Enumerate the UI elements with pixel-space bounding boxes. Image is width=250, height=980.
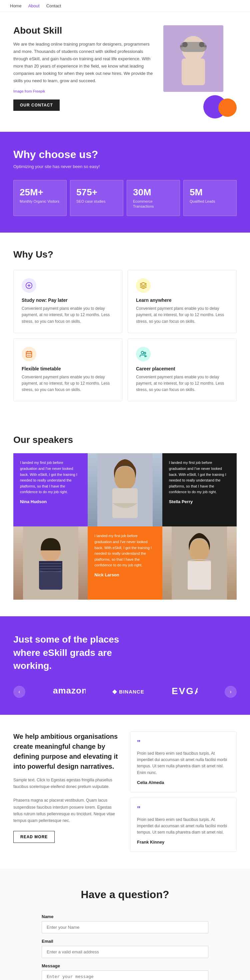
speaker-photo-woman2 <box>162 527 237 600</box>
svg-rect-7 <box>204 45 207 47</box>
name-input[interactable] <box>42 921 208 934</box>
why-card-career: Career placement Convenient payment plan… <box>128 339 237 402</box>
deco-circle-orange <box>218 99 237 117</box>
stat-number-ecommerce: 30M <box>133 187 174 198</box>
hero-description: We are the leading online training progr… <box>13 41 157 85</box>
speaker-name-nick: Nick Larson <box>95 572 155 579</box>
study-card-title: Study now: Pay later <box>22 298 114 303</box>
nav-about[interactable]: About <box>28 3 40 8</box>
speakers-top-row: I landed my first job before graduation … <box>13 453 237 527</box>
speaker-quote-nina: I landed my first job before graduation … <box>13 453 88 527</box>
testimonial-author-frank: Frank Kinney <box>137 840 164 845</box>
freepik-link[interactable]: Freepik <box>33 89 45 93</box>
logos-prev-button[interactable]: ‹ <box>13 686 25 698</box>
why-card-study: Study now: Pay later Convenient payment … <box>13 270 122 333</box>
speaker-quote-nick-text: I landed my first job before graduation … <box>95 534 152 567</box>
content-left-title: We help ambitious organisations create m… <box>13 732 120 772</box>
why-card-flexible: Flexible timetable Convenient payment pl… <box>13 339 122 402</box>
speakers-title: Our speakers <box>13 434 237 445</box>
stat-number-leads: 5M <box>190 187 230 198</box>
stat-number-seo: 575+ <box>76 187 117 198</box>
message-label: Message <box>42 963 208 968</box>
why-choose-section: Why choose us? Optimizing your site has … <box>0 132 250 232</box>
speaker-name-nina: Nina Hudson <box>20 498 81 506</box>
email-field-group: Email <box>42 939 208 958</box>
stats-grid: 25M+ Monthly Organic Visitors 575+ SEO c… <box>13 180 237 216</box>
stat-label-leads: Qualified Leads <box>190 199 230 204</box>
learn-card-desc: Convenient payment plans enable you to d… <box>136 305 228 325</box>
stat-label-visitors: Monthly Organic Visitors <box>20 199 60 204</box>
svg-point-14 <box>144 352 146 354</box>
why-card-learn: Learn anywhere Convenient payment plans … <box>128 270 237 333</box>
flexible-card-desc: Convenient payment plans enable you to d… <box>22 374 114 393</box>
navigation: Home About Contact <box>0 0 250 12</box>
speaker-quote-stella-text: I landed my first job before graduation … <box>169 461 226 494</box>
image-credit: Image from Freepik <box>13 88 157 94</box>
learn-icon <box>136 278 151 293</box>
stat-label-ecommerce: Ecommerce Transactions <box>133 199 174 209</box>
our-contact-button[interactable]: OUR CONTACT <box>13 100 60 111</box>
svg-rect-22 <box>40 566 61 567</box>
hero-title: About Skill <box>13 25 157 36</box>
svg-text:EVGA: EVGA <box>171 686 198 696</box>
flexible-card-title: Flexible timetable <box>22 366 114 371</box>
contact-section: Have a question? Name Email Message * I … <box>0 869 250 980</box>
speaker-photo-woman1 <box>13 527 88 600</box>
form-wrapper: Name Email Message * I accept the TERMS … <box>42 914 208 980</box>
stat-card-ecommerce: 30M Ecommerce Transactions <box>127 180 180 216</box>
speakers-bottom-row: I landed my first job before graduation … <box>13 527 237 600</box>
message-input[interactable] <box>42 970 208 980</box>
why-us-grid: Study now: Pay later Convenient payment … <box>13 270 237 401</box>
why-choose-subtitle: Optimizing your site has never been so e… <box>13 163 100 170</box>
logos-next-button[interactable]: › <box>225 686 237 698</box>
content-left-body: Sample text. Click to Egestas egestas fr… <box>13 777 120 824</box>
logos-row: ‹ amazon BINANCE EVGA › <box>13 686 237 698</box>
name-field-group: Name <box>42 914 208 934</box>
stat-card-visitors: 25M+ Monthly Organic Visitors <box>13 180 67 216</box>
svg-rect-27 <box>188 561 211 590</box>
speaker-quote-nick: I landed my first job before graduation … <box>88 527 162 600</box>
why-us-section: Why Us? Study now: Pay later Convenient … <box>0 232 250 418</box>
amazon-logo: amazon <box>52 686 86 698</box>
speakers-section: Our speakers I landed my first job befor… <box>0 418 250 616</box>
testimonial-author-celia: Celia Almeda <box>137 780 164 785</box>
contact-title: Have a question? <box>13 888 237 901</box>
svg-point-16 <box>114 466 136 490</box>
svg-rect-2 <box>182 59 205 85</box>
hero-text: About Skill We are the leading online tr… <box>13 25 157 111</box>
svg-rect-6 <box>180 45 183 47</box>
quote-icon-2: " <box>137 805 230 813</box>
svg-point-10 <box>27 355 28 356</box>
svg-text:amazon: amazon <box>53 686 86 695</box>
speaker-photo-man <box>88 453 162 527</box>
svg-rect-21 <box>40 563 61 564</box>
svg-rect-24 <box>40 571 61 572</box>
career-icon <box>136 347 151 361</box>
nav-home[interactable]: Home <box>10 3 22 8</box>
svg-marker-29 <box>112 689 117 694</box>
message-field-group: Message <box>42 963 208 980</box>
read-more-button[interactable]: READ MORE <box>13 831 54 843</box>
email-input[interactable] <box>42 946 208 958</box>
svg-point-12 <box>30 355 30 356</box>
hero-image-area <box>163 25 237 118</box>
learn-card-title: Learn anywhere <box>136 298 228 303</box>
flexible-icon <box>22 347 36 361</box>
svg-point-11 <box>29 355 30 356</box>
speaker-name-stella: Stella Perry <box>169 498 230 506</box>
quote-icon-1: " <box>137 738 230 747</box>
study-icon <box>22 278 36 293</box>
hero-person-image <box>163 25 223 92</box>
svg-rect-23 <box>40 568 61 570</box>
testimonial-text-frank: Proin sed libero enim sed faucibus turpi… <box>137 817 230 836</box>
why-choose-title: Why choose us? <box>13 148 237 161</box>
testimonial-card-celia: " Proin sed libero enim sed faucibus tur… <box>130 732 237 792</box>
speaker-quote-nina-text: I landed my first job before graduation … <box>20 461 77 494</box>
places-section: Just some of the places where eSkill gra… <box>0 616 250 715</box>
content-section: We help ambitious organisations create m… <box>0 715 250 869</box>
binance-logo: BINANCE <box>112 689 144 695</box>
testimonial-text-celia: Proin sed libero enim sed faucibus turpi… <box>137 750 230 776</box>
nav-contact[interactable]: Contact <box>46 3 61 8</box>
name-label: Name <box>42 914 208 919</box>
testimonial-card-frank: " Proin sed libero enim sed faucibus tur… <box>130 798 237 852</box>
